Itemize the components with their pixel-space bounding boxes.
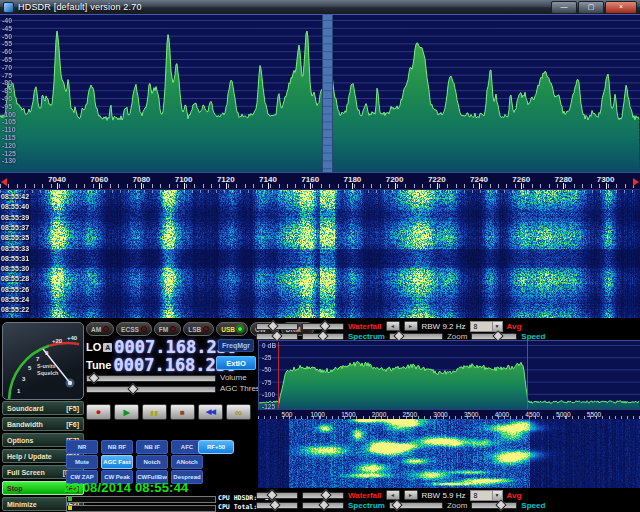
speed-slider[interactable]	[471, 333, 517, 340]
audio-freq-tick-label: 5000	[553, 411, 573, 418]
app-icon	[3, 2, 14, 13]
freq-major-tick	[606, 183, 607, 190]
mode-am-button[interactable]: AM	[86, 322, 114, 336]
main-waterfall-canvas[interactable]	[0, 190, 640, 318]
record-button[interactable]: ●	[86, 404, 111, 420]
transport-controls: ● ▶ ▮▮ ■ ◀◀ ∞	[86, 404, 251, 420]
db-tick-label: -80	[2, 79, 12, 86]
wf-contrast-slider[interactable]	[302, 323, 344, 330]
rbw-value: RBW 9.2 Hz	[422, 322, 466, 331]
title-bar[interactable]: HDSDR [default] version 2.70 — ▢ ×	[0, 0, 640, 14]
tune-frequency-row: Tune 0007.168.230	[86, 355, 236, 375]
mode-led-icon	[141, 326, 147, 332]
hdsdr-window: HDSDR [default] version 2.70 — ▢ × -40-4…	[0, 0, 640, 512]
audio-freq-tick-label: 500	[277, 411, 297, 418]
rewind-button[interactable]: ◀◀	[198, 404, 223, 420]
wf-brightness-slider[interactable]	[256, 492, 298, 499]
cpu-total-bar	[66, 505, 216, 512]
wf-contrast-slider[interactable]	[302, 492, 344, 499]
maximize-window-button[interactable]: ▢	[578, 1, 604, 14]
spectrum-upper-slider[interactable]	[256, 333, 298, 340]
notch-button[interactable]: Notch	[136, 455, 168, 469]
scale-left-marker-icon	[1, 178, 7, 186]
nb-if-button[interactable]: NB IF	[136, 440, 168, 454]
mode-label: LSB	[188, 326, 201, 333]
stop-playback-button[interactable]: ■	[170, 404, 195, 420]
freq-major-tick	[57, 183, 58, 190]
main-spectrum-canvas[interactable]	[0, 15, 640, 172]
sidebar-label: Options	[7, 437, 33, 444]
agc-fast-button[interactable]: AGC Fast	[101, 455, 133, 469]
audio-waterfall-display[interactable]	[258, 419, 640, 488]
audio-waterfall-canvas[interactable]	[258, 419, 640, 488]
db-tick-label: -70	[2, 64, 12, 71]
mode-fm-button[interactable]: FM	[154, 322, 181, 336]
lower-display-strip: Waterfall ◄ ► RBW 5.9 Hz 8▼ Avg Spectrum…	[256, 490, 640, 510]
volume-slider[interactable]	[86, 375, 216, 382]
shift-right-button[interactable]: ►	[404, 321, 418, 331]
pause-button[interactable]: ▮▮	[142, 404, 167, 420]
freq-major-tick	[521, 183, 522, 190]
nb-rf-button[interactable]: NB RF	[101, 440, 133, 454]
main-spectrum-display[interactable]: -40-45-50-55-60-65-70-75-80-85-90-95-100…	[0, 14, 640, 172]
db-tick-label: -125	[2, 150, 16, 157]
agc-slider-thumb[interactable]	[128, 383, 139, 394]
volume-slider-thumb[interactable]	[88, 372, 99, 383]
audio-freq-tick-label: 2500	[400, 411, 420, 418]
freq-major-tick	[352, 183, 353, 190]
minimize-window-button[interactable]: —	[551, 1, 577, 14]
mute-button[interactable]: Mute	[66, 455, 98, 469]
freqmgr-button[interactable]: FreqMgr	[218, 339, 254, 352]
spectrum-lower-slider[interactable]	[302, 502, 344, 509]
loop-button[interactable]: ∞	[226, 404, 251, 420]
audio-spectrum-canvas[interactable]	[259, 341, 640, 409]
s-meter[interactable]: 1 3 5 7 9 +20 +40 S-units Squelch	[2, 322, 84, 400]
slider-thumb[interactable]	[391, 499, 402, 510]
spectrum-upper-slider[interactable]	[256, 502, 298, 509]
mode-usb-button[interactable]: USB	[216, 322, 248, 336]
waterfall-strip-label: Waterfall	[348, 322, 382, 331]
mode-lsb-button[interactable]: LSB	[183, 322, 214, 336]
waterfall-timestamp: 08:55:30	[1, 265, 29, 273]
mode-led-icon	[203, 326, 209, 332]
datetime-display[interactable]: 25/08/2014 08:55:44	[64, 480, 189, 495]
filter-low-edge-marker[interactable]	[278, 342, 279, 408]
close-window-button[interactable]: ×	[605, 1, 637, 14]
anotch-button[interactable]: ANotch	[171, 455, 203, 469]
lo-channel-badge[interactable]: A	[103, 343, 112, 352]
avg-label: Avg	[507, 322, 522, 331]
freq-major-tick	[479, 183, 480, 190]
sidebar-item-soundcard[interactable]: Soundcard[F5]	[2, 401, 84, 415]
main-frequency-scale[interactable]: 7040706070807100712071407160718072007220…	[0, 172, 640, 190]
main-waterfall-display[interactable]: 08:55:4208:55:4008:55:3908:55:3708:55:35…	[0, 190, 640, 318]
mode-ecss-button[interactable]: ECSS	[116, 322, 152, 336]
audio-spectrum-display[interactable]: 0 dB-25-50-75-100-125	[258, 340, 640, 409]
slider-thumb[interactable]	[321, 489, 332, 500]
audio-freq-tick-label: 5500	[584, 411, 604, 418]
zoom-slider[interactable]	[389, 333, 443, 340]
audio-frequency-scale[interactable]: 5001000150020002500300035004000450050005…	[258, 409, 640, 419]
agc-threshold-slider[interactable]	[86, 386, 216, 393]
shift-left-button[interactable]: ◄	[386, 490, 400, 500]
spectrum-lower-slider[interactable]	[302, 333, 344, 340]
zoom-slider[interactable]	[389, 502, 443, 509]
play-button[interactable]: ▶	[114, 404, 139, 420]
avg-select[interactable]: 8▼	[470, 490, 503, 501]
slider-thumb[interactable]	[318, 499, 329, 510]
rf-gain-button[interactable]: RF+50	[198, 440, 234, 454]
audio-freq-tick-label: 3000	[431, 411, 451, 418]
loop-icon: ∞	[235, 407, 242, 418]
sidebar-item-bandwidth[interactable]: Bandwidth[F6]	[2, 417, 84, 431]
extio-button[interactable]: ExtIO	[216, 356, 256, 370]
filter-high-edge-marker[interactable]	[527, 340, 528, 419]
slider-thumb[interactable]	[319, 320, 330, 331]
speed-slider[interactable]	[471, 502, 517, 509]
slider-thumb[interactable]	[495, 499, 506, 510]
wf-brightness-slider[interactable]	[256, 323, 298, 330]
slider-thumb[interactable]	[267, 489, 278, 500]
waterfall-timestamp: 08:55:42	[1, 193, 29, 201]
freq-major-tick	[141, 183, 142, 190]
shift-right-button[interactable]: ►	[404, 490, 418, 500]
shift-left-button[interactable]: ◄	[386, 321, 400, 331]
nr-button[interactable]: NR	[66, 440, 98, 454]
